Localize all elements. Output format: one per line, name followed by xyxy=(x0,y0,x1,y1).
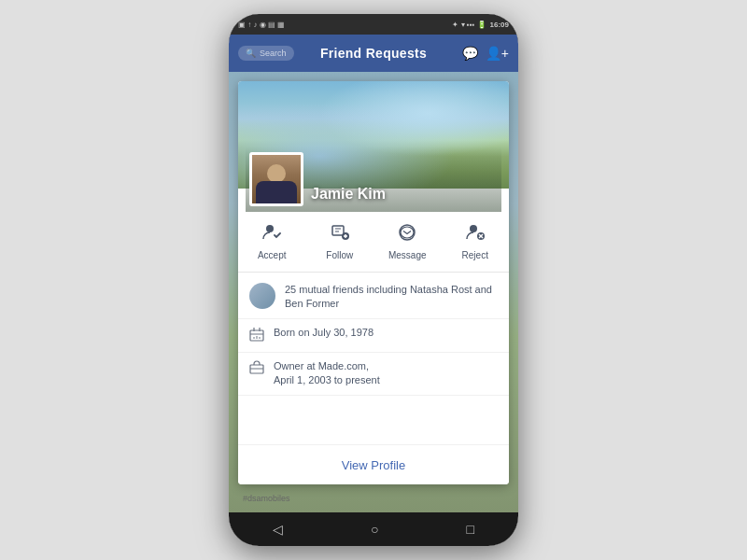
info-section: 25 mutual friends including Natasha Rost… xyxy=(238,273,509,444)
action-buttons: Accept xyxy=(238,212,509,273)
birthday-text: Born on July 30, 1978 xyxy=(274,326,374,340)
mutual-friends-text: 25 mutual friends including Natasha Rost… xyxy=(285,283,498,312)
mutual-friend-avatar xyxy=(249,283,275,309)
svg-point-0 xyxy=(266,225,274,232)
reject-button[interactable]: Reject xyxy=(442,219,510,264)
follow-icon xyxy=(331,223,349,246)
status-bar-left: ▣ ↑ ♪ ◉ ▤ ▦ xyxy=(238,21,285,29)
accept-icon xyxy=(262,223,281,246)
reject-icon xyxy=(466,223,485,246)
navbar-right: 💬 👤+ xyxy=(462,46,509,61)
clock: 16:09 xyxy=(490,21,509,29)
home-button[interactable]: ○ xyxy=(371,522,378,537)
work-icon xyxy=(249,360,264,379)
mutual-friends-row: 25 mutual friends including Natasha Rost… xyxy=(238,276,509,319)
status-bar-right: ✦ ▾ ▪▪▪ 🔋 16:09 xyxy=(452,21,509,29)
bottom-nav: ◁ ○ □ xyxy=(229,512,518,546)
svg-rect-1 xyxy=(332,226,344,235)
work-text: Owner at Made.com, April 1, 2003 to pres… xyxy=(274,359,380,388)
work-row: Owner at Made.com, April 1, 2003 to pres… xyxy=(238,353,509,396)
accept-button[interactable]: Accept xyxy=(238,219,306,264)
card-body: Accept xyxy=(238,212,509,484)
search-box[interactable]: 🔍 Search xyxy=(238,46,294,61)
connectivity-icons: ✦ ▾ ▪▪▪ 🔋 xyxy=(452,21,486,29)
search-placeholder: Search xyxy=(260,49,287,58)
birthday-icon xyxy=(249,327,264,345)
reject-label: Reject xyxy=(462,250,488,260)
avatar xyxy=(249,152,303,206)
status-icons: ▣ ↑ ♪ ◉ ▤ ▦ xyxy=(238,21,285,29)
profile-name: Jamie Kim xyxy=(311,186,386,206)
back-button[interactable]: ◁ xyxy=(273,522,283,537)
message-button[interactable]: Message xyxy=(374,219,442,264)
message-icon xyxy=(398,223,416,246)
view-profile-link[interactable]: View Profile xyxy=(342,458,405,472)
facebook-navbar: 🔍 Search Friend Requests 💬 👤+ xyxy=(229,35,518,72)
navbar-left: 🔍 Search xyxy=(238,46,294,61)
status-bar: ▣ ↑ ♪ ◉ ▤ ▦ ✦ ▾ ▪▪▪ 🔋 16:09 xyxy=(229,14,518,35)
view-profile-section: View Profile xyxy=(238,444,509,484)
bottom-label: #dsamobiles xyxy=(243,494,290,503)
cover-block: Jamie Kim xyxy=(238,81,509,212)
main-content: Jamie Kim Accept xyxy=(229,72,518,512)
follow-label: Follow xyxy=(326,250,353,260)
phone-screen: ▣ ↑ ♪ ◉ ▤ ▦ ✦ ▾ ▪▪▪ 🔋 16:09 🔍 Search Fri… xyxy=(229,14,518,546)
friend-request-card: Jamie Kim Accept xyxy=(238,81,509,484)
svg-point-8 xyxy=(401,227,414,238)
search-icon: 🔍 xyxy=(246,49,256,58)
follow-button[interactable]: Follow xyxy=(306,219,374,264)
phone-device: ▣ ↑ ♪ ◉ ▤ ▦ ✦ ▾ ▪▪▪ 🔋 16:09 🔍 Search Fri… xyxy=(229,14,518,546)
birthday-row: Born on July 30, 1978 xyxy=(238,319,509,353)
messenger-icon[interactable]: 💬 xyxy=(462,46,478,61)
recents-button[interactable]: □ xyxy=(467,522,474,537)
add-friend-icon[interactable]: 👤+ xyxy=(486,46,509,61)
navbar-title: Friend Requests xyxy=(320,46,427,61)
svg-rect-13 xyxy=(250,330,263,341)
svg-point-9 xyxy=(470,225,477,232)
accept-label: Accept xyxy=(258,250,287,260)
message-label: Message xyxy=(388,250,427,260)
